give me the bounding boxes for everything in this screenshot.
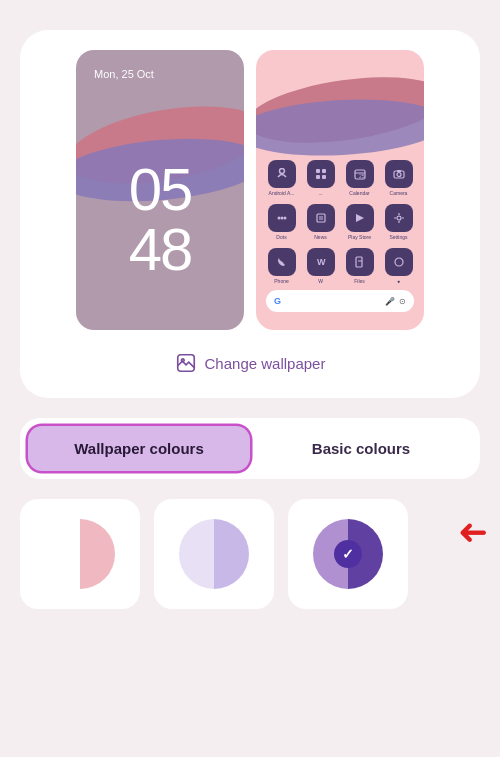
list-item: Dots — [266, 204, 297, 240]
svg-point-11 — [277, 217, 280, 220]
preview-card: Mon, 25 Oct 05 48 Android A... — [20, 30, 480, 398]
list-item: Play Store — [344, 204, 375, 240]
app-icon-circle — [385, 248, 413, 276]
svg-rect-4 — [322, 175, 326, 179]
app-icon-word: W — [307, 248, 335, 276]
phone-home-screen: Android A... ... 25 Calendar — [256, 50, 424, 330]
lock-time: 05 48 — [76, 160, 244, 280]
app-icon-playstore — [346, 204, 374, 232]
list-item: Android A... — [266, 160, 297, 196]
svg-marker-17 — [356, 214, 364, 222]
swatch-pie-pink — [45, 519, 115, 589]
app-grid: Android A... ... 25 Calendar — [266, 160, 414, 284]
search-bar-icons: 🎤 ⊙ — [385, 297, 406, 306]
app-icon-label: Camera — [390, 190, 408, 196]
red-arrow-icon: ➜ — [458, 514, 488, 550]
change-wallpaper-label: Change wallpaper — [205, 355, 326, 372]
list-item: Camera — [383, 160, 414, 196]
app-icon-label: News — [314, 234, 327, 240]
list-item: ● — [383, 248, 414, 284]
list-item: W W — [305, 248, 336, 284]
app-icon-label: Dots — [276, 234, 286, 240]
app-icon-phone — [268, 248, 296, 276]
swatch-card-1[interactable] — [20, 499, 140, 609]
svg-rect-3 — [316, 175, 320, 179]
lens-icon: ⊙ — [399, 297, 406, 306]
app-icon-calendar: 25 — [346, 160, 374, 188]
svg-rect-10 — [397, 170, 401, 172]
svg-point-12 — [280, 217, 283, 220]
svg-text:W: W — [317, 257, 326, 267]
svg-text:25: 25 — [359, 173, 365, 179]
app-icon-settings — [385, 204, 413, 232]
list-item: 25 Calendar — [344, 160, 375, 196]
arrow-indicator: ➜ — [458, 514, 488, 550]
app-icon-label: W — [318, 278, 323, 284]
svg-point-9 — [397, 173, 401, 177]
svg-rect-2 — [322, 169, 326, 173]
app-icon-label: Phone — [274, 278, 288, 284]
swatch-pie-purple-dark: ✓ — [313, 519, 383, 589]
swatch-pie-purple-light — [179, 519, 249, 589]
app-icon-label: Settings — [389, 234, 407, 240]
list-item: Files — [344, 248, 375, 284]
app-icon-dots — [268, 204, 296, 232]
svg-rect-20 — [356, 257, 362, 267]
app-icon-label: Files — [354, 278, 365, 284]
app-icon-camera — [385, 160, 413, 188]
app-icon-label: Android A... — [269, 190, 295, 196]
app-icon-news — [307, 204, 335, 232]
wallpaper-icon — [175, 352, 197, 374]
app-icon-android — [268, 160, 296, 188]
app-icon-files — [346, 248, 374, 276]
phone-previews: Mon, 25 Oct 05 48 Android A... — [76, 50, 424, 330]
svg-point-0 — [279, 169, 284, 174]
svg-point-18 — [397, 216, 401, 220]
svg-rect-14 — [317, 214, 325, 222]
lock-min: 48 — [76, 220, 244, 280]
list-item: Phone — [266, 248, 297, 284]
swatches-row: ✓ ➜ — [20, 499, 480, 609]
list-item: Settings — [383, 204, 414, 240]
swatch-card-3[interactable]: ✓ — [288, 499, 408, 609]
svg-point-13 — [283, 217, 286, 220]
app-icon-label: Play Store — [348, 234, 371, 240]
swatch-selected-check: ✓ — [334, 540, 362, 568]
list-item: ... — [305, 160, 336, 196]
app-icon-label: ... — [318, 190, 322, 196]
phone-lock-screen: Mon, 25 Oct 05 48 — [76, 50, 244, 330]
google-g-icon: G — [274, 296, 281, 306]
svg-point-22 — [395, 258, 403, 266]
lock-hour: 05 — [76, 160, 244, 220]
mic-icon: 🎤 — [385, 297, 395, 306]
change-wallpaper-button[interactable]: Change wallpaper — [163, 346, 338, 380]
search-bar: G 🎤 ⊙ — [266, 290, 414, 312]
check-icon: ✓ — [342, 546, 354, 562]
tab-container: Wallpaper colours Basic colours — [20, 418, 480, 479]
lock-date: Mon, 25 Oct — [94, 68, 154, 80]
app-icon-label: Calendar — [349, 190, 369, 196]
app-icon-label: ● — [397, 278, 400, 284]
svg-rect-1 — [316, 169, 320, 173]
tab-basic-colours[interactable]: Basic colours — [250, 426, 472, 471]
tab-wallpaper-colours[interactable]: Wallpaper colours — [28, 426, 250, 471]
app-icon-grid — [307, 160, 335, 188]
list-item: News — [305, 204, 336, 240]
swatch-card-2[interactable] — [154, 499, 274, 609]
